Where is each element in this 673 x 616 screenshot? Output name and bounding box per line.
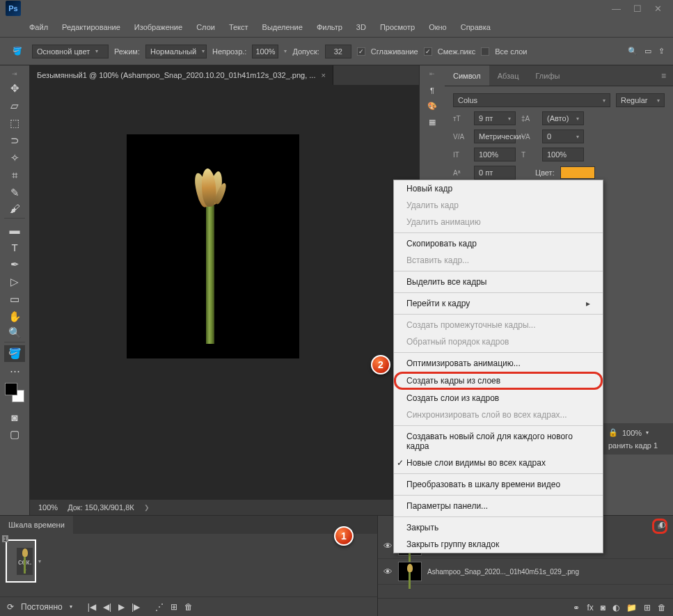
mask-icon[interactable]: ◙ <box>601 603 605 613</box>
contiguous-checkbox[interactable]: ✓ <box>424 47 432 56</box>
close-icon[interactable]: ✕ <box>654 3 662 14</box>
menu-image[interactable]: Изображение <box>129 20 188 34</box>
search-icon[interactable]: 🔍 <box>628 47 638 56</box>
next-frame-icon[interactable]: |▶ <box>132 602 140 612</box>
lasso-tool[interactable]: ⊃ <box>4 132 25 149</box>
vscale-input[interactable]: 100% <box>474 148 516 161</box>
tab-character[interactable]: Символ <box>445 65 489 86</box>
zoom-tool[interactable]: 🔍 <box>4 326 25 342</box>
panel-menu-icon[interactable]: ≡ <box>654 71 673 81</box>
new-frame-icon[interactable]: ⊞ <box>171 602 177 612</box>
loop-icon[interactable]: ⟳ <box>7 602 14 612</box>
menu-item[interactable]: Создавать новый слой для каждого нового … <box>394 428 603 455</box>
timeline-menu-button[interactable]: ≡ <box>652 519 667 534</box>
layer-thumbnail[interactable] <box>398 562 422 581</box>
menu-text[interactable]: Текст <box>223 20 254 34</box>
menu-3d[interactable]: 3D <box>351 20 372 34</box>
menu-edit[interactable]: Редактирование <box>56 20 126 34</box>
menu-view[interactable]: Просмотр <box>374 20 420 34</box>
loop-select[interactable]: Постоянно <box>21 602 63 612</box>
bucket-icon[interactable]: 🪣 <box>8 42 26 61</box>
tracking-select[interactable]: 0▾ <box>542 129 584 143</box>
menu-window[interactable]: Окно <box>423 20 452 34</box>
collapse-tools-icon[interactable]: ⇥ <box>0 68 29 79</box>
minimize-icon[interactable]: — <box>612 3 621 14</box>
gradient-tool[interactable]: ▬ <box>4 221 25 238</box>
menu-item[interactable]: Новый кадр <box>394 180 603 197</box>
menu-item[interactable]: Скопировать кадр <box>394 235 603 252</box>
font-select[interactable]: Colus▾ <box>453 93 610 107</box>
text-color-swatch[interactable] <box>560 166 595 179</box>
screenmode-icon[interactable]: ▢ <box>4 426 25 443</box>
type-tool[interactable]: T <box>4 239 25 255</box>
zoom-level[interactable]: 100% <box>38 503 58 512</box>
menu-item[interactable]: Новые слои видимы во всех кадрах <box>394 455 603 471</box>
shape-tool[interactable]: ▭ <box>4 291 25 308</box>
color-panel-icon[interactable]: 🎨 <box>427 102 437 111</box>
menu-item[interactable]: Параметры панели... <box>394 498 603 514</box>
menu-help[interactable]: Справка <box>455 20 496 34</box>
magic-wand-tool[interactable]: ✧ <box>4 150 25 166</box>
tab-timeline[interactable]: Шкала времени <box>0 516 73 534</box>
brush-tool[interactable]: 🖌 <box>4 202 25 219</box>
baseline-input[interactable]: 0 пт <box>474 166 516 180</box>
prev-frame-icon[interactable]: ◀| <box>103 602 111 612</box>
all-layers-checkbox[interactable] <box>481 47 489 56</box>
share-icon[interactable]: ⇪ <box>658 47 665 56</box>
canvas[interactable] <box>127 135 299 358</box>
close-tab-icon[interactable]: × <box>321 71 325 79</box>
new-layer-icon[interactable]: ⊞ <box>644 603 651 613</box>
link-layers-icon[interactable]: ⚭ <box>573 603 580 613</box>
dots-tool[interactable]: ⋯ <box>4 363 25 379</box>
color-swatches[interactable] <box>5 383 24 402</box>
lock-icon[interactable]: 🔒 <box>608 428 618 437</box>
crop-tool[interactable]: ⌗ <box>4 167 25 184</box>
workspace-icon[interactable]: ▭ <box>644 47 651 56</box>
menu-item[interactable]: Преобразовать в шкалу времени видео <box>394 476 603 493</box>
tab-paragraph[interactable]: Абзац <box>489 65 528 86</box>
menu-filter[interactable]: Фильтр <box>311 20 348 34</box>
eyedropper-tool[interactable]: ✎ <box>4 184 25 201</box>
font-size-select[interactable]: 9 пт▾ <box>474 111 516 125</box>
first-frame-icon[interactable]: |◀ <box>88 602 96 612</box>
timeline-frame-1[interactable]: 1 0 сек. ▾ <box>6 539 36 583</box>
opacity-input[interactable]: 100% <box>252 45 278 58</box>
group-icon[interactable]: 📁 <box>626 603 637 613</box>
menu-item[interactable]: Создать слои из кадров <box>394 390 603 406</box>
menu-layers[interactable]: Слои <box>191 20 221 34</box>
layer-row[interactable]: 👁Ashampoo_Snap_2020..._01h40m51s_029_.pn… <box>378 559 673 585</box>
artboard-tool[interactable]: ▱ <box>4 97 25 114</box>
collapse-panels-icon[interactable]: ⇤ <box>420 68 445 79</box>
visibility-icon[interactable]: 👁 <box>383 541 393 551</box>
bucket-tool[interactable]: 🪣 <box>4 345 25 362</box>
mode-select[interactable]: Нормальный <box>145 45 207 58</box>
tolerance-input[interactable]: 32 <box>325 45 351 58</box>
font-style-select[interactable]: Regular▾ <box>616 93 665 107</box>
menu-file[interactable]: Файл <box>24 20 54 34</box>
menu-item[interactable]: Создать кадры из слоев <box>394 372 603 390</box>
menu-select[interactable]: Выделение <box>257 20 308 34</box>
fill-source-select[interactable]: Основной цвет <box>32 45 109 58</box>
delete-frame-icon[interactable]: 🗑 <box>184 602 193 612</box>
move-tool[interactable]: ✥ <box>4 80 25 97</box>
document-tab[interactable]: Безымянный1 @ 100% (Ashampoo_Snap_2020.1… <box>30 65 333 85</box>
path-select-tool[interactable]: ▷ <box>4 274 25 290</box>
adjustment-icon[interactable]: ◐ <box>612 603 619 613</box>
paragraph-panel-icon[interactable]: ¶ <box>430 86 434 95</box>
marquee-tool[interactable]: ⬚ <box>4 115 25 132</box>
quickmask-icon[interactable]: ◙ <box>4 409 25 425</box>
menu-item[interactable]: Перейти к кадру <box>394 295 603 312</box>
kerning-select[interactable]: Метрически▾ <box>474 129 516 143</box>
pen-tool[interactable]: ✒ <box>4 256 25 273</box>
menu-item[interactable]: Выделить все кадры <box>394 274 603 290</box>
antialias-checkbox[interactable]: ✓ <box>357 47 365 56</box>
fx-icon[interactable]: fx <box>587 603 593 613</box>
menu-item[interactable]: Закрыть группу вкладок <box>394 536 603 553</box>
maximize-icon[interactable]: ☐ <box>633 3 642 14</box>
tab-glyphs[interactable]: Глифы <box>528 65 569 86</box>
visibility-icon[interactable]: 👁 <box>383 567 393 577</box>
hand-tool[interactable]: ✋ <box>4 308 25 325</box>
menu-item[interactable]: Оптимизировать анимацию... <box>394 355 603 372</box>
foreground-swatch[interactable] <box>5 383 17 395</box>
tween-icon[interactable]: ⋰ <box>155 602 164 612</box>
